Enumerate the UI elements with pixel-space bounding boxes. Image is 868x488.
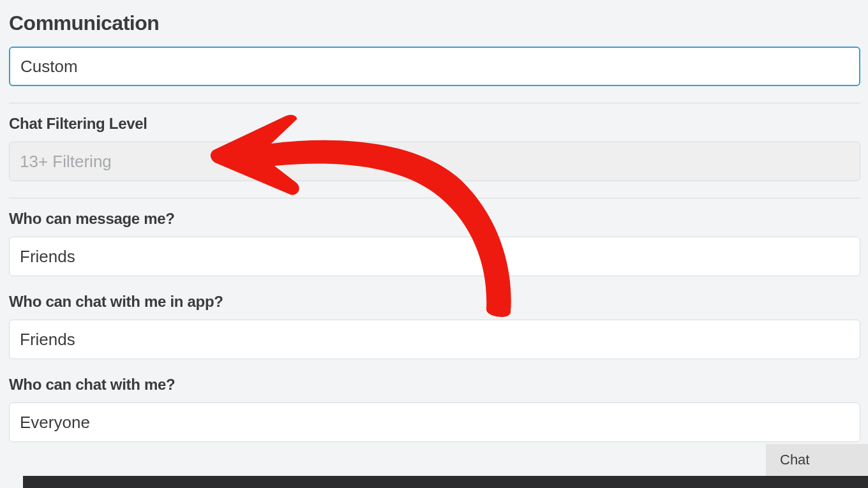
filtering-level-value: 13+ Filtering	[20, 152, 112, 172]
who-can-chat-select[interactable]: Everyone	[9, 403, 860, 442]
who-can-chat-in-app-select[interactable]: Friends	[9, 320, 860, 359]
chat-label: Who can chat with me?	[9, 376, 860, 394]
who-can-chat-value: Everyone	[20, 413, 90, 433]
section-title: Communication	[9, 11, 860, 35]
chat-in-app-group: Who can chat with me in app? Friends	[9, 293, 860, 359]
divider	[9, 198, 860, 198]
mode-select-wrapper: Custom	[9, 47, 860, 86]
communication-settings-panel: Communication Custom Chat Filtering Leve…	[0, 0, 868, 442]
filtering-group: Chat Filtering Level 13+ Filtering	[9, 115, 860, 181]
who-can-message-value: Friends	[20, 247, 75, 267]
communication-mode-select[interactable]: Custom	[9, 47, 860, 86]
message-group: Who can message me? Friends	[9, 210, 860, 276]
communication-mode-value: Custom	[20, 57, 78, 77]
chat-in-app-label: Who can chat with me in app?	[9, 293, 860, 311]
who-can-message-select[interactable]: Friends	[9, 237, 860, 276]
bottom-bar	[23, 476, 868, 488]
filtering-level-select: 13+ Filtering	[9, 142, 860, 181]
chat-tab-label: Chat	[780, 452, 809, 468]
chat-group: Who can chat with me? Everyone	[9, 376, 860, 442]
message-label: Who can message me?	[9, 210, 860, 228]
divider	[9, 103, 860, 103]
chat-tab[interactable]: Chat	[766, 444, 868, 476]
filtering-label: Chat Filtering Level	[9, 115, 860, 133]
who-can-chat-in-app-value: Friends	[20, 330, 75, 350]
